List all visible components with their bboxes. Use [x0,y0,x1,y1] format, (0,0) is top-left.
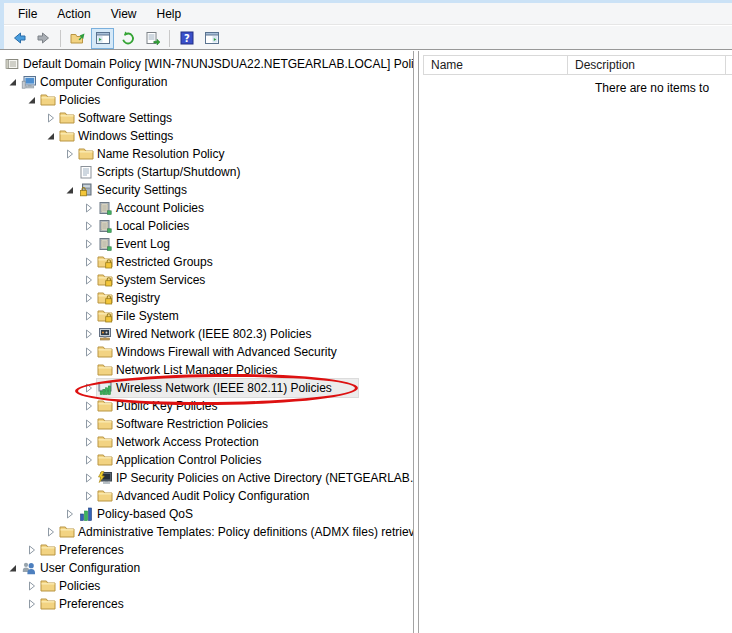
tree-item[interactable]: Registry [0,289,414,307]
tree-item[interactable]: Event Log [0,235,414,253]
tree-item[interactable]: Local Policies [0,217,414,235]
expander-collapsed-icon[interactable] [84,253,97,271]
tree-item-content[interactable]: Policies [40,577,102,595]
expander-collapsed-icon[interactable] [84,307,97,325]
tree-item[interactable]: Administrative Templates: Policy definit… [0,523,414,541]
expander-expanded-icon[interactable] [65,181,78,199]
tree-item[interactable]: Policies [0,577,414,595]
tree-item[interactable]: Computer Configuration [0,73,414,91]
tree-item-content[interactable]: Software Settings [59,109,174,127]
tree-item[interactable]: Advanced Audit Policy Configuration [0,487,414,505]
menu-view[interactable]: View [101,4,147,24]
expander-collapsed-icon[interactable] [84,415,97,433]
expander-collapsed-icon[interactable] [84,217,97,235]
tree-item-content[interactable]: Preferences [40,595,126,613]
tree-item-content[interactable]: Windows Settings [59,127,175,145]
tree-item[interactable]: User Configuration [0,559,414,577]
tree-item-content[interactable]: Software Restriction Policies [97,415,270,433]
expander-collapsed-icon[interactable] [27,577,40,595]
menu-action[interactable]: Action [47,4,100,24]
help-button[interactable]: ? [175,28,198,49]
tree-item[interactable]: Policy-based QoS [0,505,414,523]
expander-collapsed-icon[interactable] [65,505,78,523]
tree-item-content[interactable]: User Configuration [21,559,142,577]
tree-item[interactable]: Preferences [0,541,414,559]
column-header-extra[interactable] [726,55,732,75]
tree-item-content[interactable]: Account Policies [97,199,206,217]
tree-item[interactable]: Application Control Policies [0,451,414,469]
tree-item-content[interactable]: Advanced Audit Policy Configuration [97,487,311,505]
tree-item-content[interactable]: Windows Firewall with Advanced Security [97,343,339,361]
tree-item-content[interactable]: Scripts (Startup/Shutdown) [78,163,242,181]
tree-item-content[interactable]: Restricted Groups [97,253,215,271]
tree-item[interactable]: Name Resolution Policy [0,145,414,163]
tree-item[interactable]: Default Domain Policy [WIN-7NUNJSDUA22.N… [0,55,414,73]
tree-item-content[interactable]: Policies [40,91,102,109]
tree-item[interactable]: Preferences [0,595,414,613]
expander-collapsed-icon[interactable] [27,541,40,559]
tree-item-content[interactable]: Registry [97,289,162,307]
menu-help[interactable]: Help [147,4,192,24]
menu-file[interactable]: File [8,4,47,24]
show-console-tree-button[interactable] [91,28,114,49]
tree-item-content[interactable]: System Services [97,271,207,289]
tree-item-content[interactable]: File System [97,307,181,325]
expander-collapsed-icon[interactable] [84,343,97,361]
expander-collapsed-icon[interactable] [84,433,97,451]
expander-collapsed-icon[interactable] [84,451,97,469]
tree-item-content[interactable]: Name Resolution Policy [78,145,226,163]
show-action-pane-button[interactable] [200,28,223,49]
tree-item[interactable]: Network Access Protection [0,433,414,451]
expander-collapsed-icon[interactable] [84,271,97,289]
tree-item-content[interactable]: Application Control Policies [97,451,263,469]
expander-expanded-icon[interactable] [27,91,40,109]
tree-item-content[interactable]: Security Settings [78,181,189,199]
expander-collapsed-icon[interactable] [65,145,78,163]
up-one-level-button[interactable] [66,28,89,49]
tree-item-content[interactable]: IP Security Policies on Active Directory… [97,469,414,487]
column-header-name[interactable]: Name [423,55,568,75]
tree-item[interactable]: Restricted Groups [0,253,414,271]
tree-item[interactable]: Account Policies [0,199,414,217]
expander-collapsed-icon[interactable] [46,109,59,127]
tree-item[interactable]: Software Restriction Policies [0,415,414,433]
tree-item[interactable]: Wired Network (IEEE 802.3) Policies [0,325,414,343]
tree-item-content[interactable]: Event Log [97,235,172,253]
forward-button[interactable] [32,28,55,49]
expander-collapsed-icon[interactable] [84,487,97,505]
refresh-button[interactable] [116,28,139,49]
tree-item-content[interactable]: Default Domain Policy [WIN-7NUNJSDUA22.N… [4,55,414,73]
expander-collapsed-icon[interactable] [84,235,97,253]
tree-item-content[interactable]: Network Access Protection [97,433,261,451]
tree-item[interactable]: Windows Settings [0,127,414,145]
expander-collapsed-icon[interactable] [84,397,97,415]
expander-collapsed-icon[interactable] [84,325,97,343]
tree-item-content[interactable]: Wired Network (IEEE 802.3) Policies [97,325,313,343]
tree-item-content[interactable]: Preferences [40,541,126,559]
tree-item[interactable]: System Services [0,271,414,289]
tree-item-label: Name Resolution Policy [97,147,224,161]
back-button[interactable] [7,28,30,49]
expander-collapsed-icon[interactable] [46,523,59,541]
tree-item[interactable]: Scripts (Startup/Shutdown) [0,163,414,181]
tree-item[interactable]: Windows Firewall with Advanced Security [0,343,414,361]
expander-collapsed-icon[interactable] [84,469,97,487]
expander-collapsed-icon[interactable] [84,199,97,217]
column-header-description[interactable]: Description [568,55,726,75]
tree-item[interactable]: IP Security Policies on Active Directory… [0,469,414,487]
tree-item-content[interactable]: Computer Configuration [21,73,169,91]
expander-expanded-icon[interactable] [46,127,59,145]
expander-collapsed-icon[interactable] [84,289,97,307]
pane-splitter[interactable] [413,51,414,633]
tree-item-content[interactable]: Policy-based QoS [78,505,195,523]
expander-expanded-icon[interactable] [8,73,21,91]
tree-item-content[interactable]: Administrative Templates: Policy definit… [59,523,414,541]
expander-collapsed-icon[interactable] [27,595,40,613]
tree-item[interactable]: Security Settings [0,181,414,199]
export-list-button[interactable] [141,28,164,49]
expander-expanded-icon[interactable] [8,559,21,577]
tree-item[interactable]: Policies [0,91,414,109]
tree-item[interactable]: File System [0,307,414,325]
tree-item-content[interactable]: Local Policies [97,217,191,235]
tree-item[interactable]: Software Settings [0,109,414,127]
